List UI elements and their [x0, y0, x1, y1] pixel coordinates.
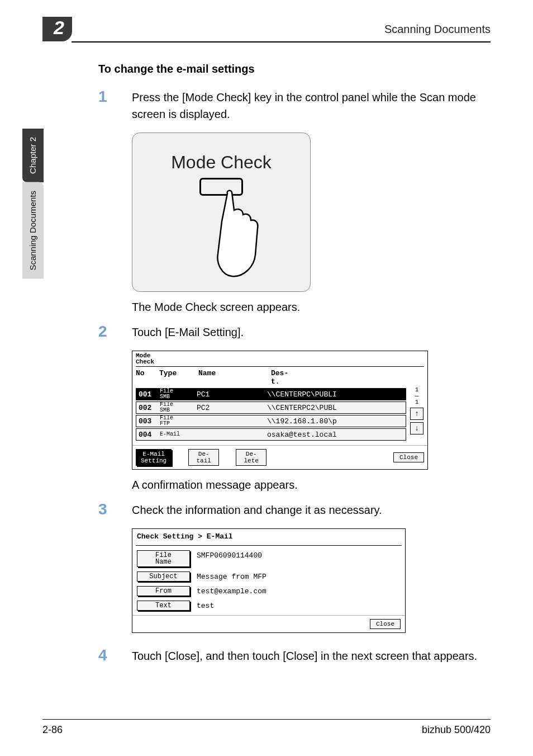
lcd1-row-001-no: 001: [139, 390, 160, 399]
sidebar-tabs: Chapter 2 Scanning Documents: [22, 129, 44, 352]
step-1-result: The Mode Check screen appears.: [132, 301, 488, 314]
file-name-button[interactable]: File Name: [137, 550, 190, 567]
lcd1-row-003-no: 003: [139, 417, 160, 426]
lcd1-row-002-no: 002: [139, 404, 160, 412]
lcd2-divider: [136, 545, 402, 546]
pointer-hand-icon: [216, 188, 278, 283]
detail-l1: De-: [193, 451, 214, 457]
step-4: 4 Touch [Close], and then touch [Close] …: [98, 648, 488, 664]
page-header: 2 Scanning Documents: [42, 17, 491, 41]
email-setting-l2: Setting: [141, 457, 166, 464]
lcd1-col-dest-l1: Des-: [271, 369, 424, 377]
delete-button[interactable]: De- lete: [236, 449, 266, 466]
lcd1-list: 001 File SMB PC1 \\CENTERPC\PUBLI 002 Fi…: [136, 388, 406, 441]
step-4-number: 4: [98, 648, 132, 664]
lcd1-scroll-area: 1—1 ↑ ↓: [410, 387, 424, 437]
lcd2-row-text: Text test: [132, 601, 405, 611]
lcd1-col-type: Type: [159, 369, 198, 386]
lcd1-row-002-type-l2: SMB: [160, 408, 197, 413]
lcd1-row-002-dest: \\CENTERPC2\PUBL: [267, 404, 403, 412]
header-rule: [72, 41, 491, 42]
lcd1-bottom-bar: E-Mail Setting De- tail De- lete Close: [132, 445, 427, 469]
lcd1-row-003-type-l2: FTP: [160, 421, 197, 427]
subject-value: Message from MFP: [197, 571, 266, 581]
email-setting-button[interactable]: E-Mail Setting: [136, 449, 172, 466]
step-1-text: Press the [Mode Check] key in the contro…: [132, 89, 488, 122]
from-value: test@example.com: [197, 586, 266, 596]
footer-model: bizhub 500/420: [422, 724, 491, 736]
lcd2-row-subject: Subject Message from MFP: [132, 571, 405, 582]
lcd1-col-name: Name: [198, 369, 271, 386]
file-name-value: SMFP06090114400: [197, 550, 262, 560]
step-2: 2 Touch [E-Mail Setting].: [98, 324, 488, 341]
lcd1-columns: No Type Name Des- t.: [132, 368, 427, 387]
lcd1-title-l1: Mode: [136, 353, 424, 359]
step-1: 1 Press the [Mode Check] key in the cont…: [98, 89, 488, 122]
lcd1-row-003[interactable]: 003 File FTP \\192.168.1.80\p: [136, 415, 406, 427]
text-l1: Text: [137, 602, 189, 609]
lcd1-col-dest-l2: t.: [271, 377, 424, 386]
modecheck-label: Mode Check: [132, 152, 310, 173]
detail-l2: tail: [193, 457, 214, 464]
lcd1-row-004-dest: osaka@test.local: [267, 431, 403, 439]
delete-l1: De-: [241, 451, 261, 457]
page-footer: 2-86 bizhub 500/420: [42, 719, 491, 736]
lcd1-body: 001 File SMB PC1 \\CENTERPC\PUBLI 002 Fi…: [132, 387, 427, 445]
delete-l2: lete: [241, 457, 261, 464]
lcd1-title-l2: Check: [136, 359, 424, 365]
from-button[interactable]: From: [137, 586, 190, 596]
lcd2-row-filename: File Name SMFP06090114400: [132, 550, 405, 567]
text-button[interactable]: Text: [137, 601, 190, 611]
subject-button[interactable]: Subject: [137, 571, 190, 582]
sidebar-section-tab: Scanning Documents: [22, 182, 44, 279]
main-content: To change the e-mail settings 1 Press th…: [98, 63, 488, 674]
step-3-number: 3: [98, 502, 132, 518]
step-3: 3 Check the information and change it as…: [98, 502, 488, 518]
lcd1-row-001-dest: \\CENTERPC\PUBLI: [267, 390, 403, 399]
lcd2-breadcrumb: Check Setting > E-Mail: [132, 531, 405, 544]
step-2-number: 2: [98, 324, 132, 341]
lcd1-row-001-type-l2: SMB: [160, 394, 197, 400]
lcd1-title: Mode Check: [132, 351, 427, 365]
step-2-result: A confirmation message appears.: [132, 479, 488, 492]
text-value: test: [197, 601, 214, 610]
file-name-l2: Name: [137, 559, 189, 565]
step-4-text: Touch [Close], and then touch [Close] in…: [132, 648, 488, 664]
lcd1-row-001[interactable]: 001 File SMB PC1 \\CENTERPC\PUBLI: [136, 388, 406, 400]
close-button[interactable]: Close: [393, 452, 424, 462]
modecheck-illustration: Mode Check: [132, 133, 311, 292]
chapter-badge: 2: [42, 17, 72, 41]
from-l1: From: [137, 588, 189, 594]
lcd1-col-no: No: [136, 369, 159, 386]
step-3-text: Check the information and change it as n…: [132, 502, 488, 518]
lcd1-page-indicator: 1—1: [415, 387, 419, 405]
close-button-2[interactable]: Close: [370, 619, 401, 629]
lcd1-row-002-name: PC2: [197, 404, 267, 412]
step-1-number: 1: [98, 89, 132, 122]
email-setting-l1: E-Mail: [141, 451, 166, 457]
lcd1-row-003-dest: \\192.168.1.80\p: [267, 417, 403, 426]
lcd1-row-004-no: 004: [139, 431, 160, 439]
lcd1-col-dest: Des- t.: [271, 369, 424, 386]
detail-button[interactable]: De- tail: [188, 449, 219, 466]
sidebar-chapter-tab: Chapter 2: [22, 129, 44, 182]
subject-l1: Subject: [137, 573, 189, 580]
lcd2-bottom-bar: Close: [132, 615, 405, 632]
lcd1-row-001-type: File SMB: [160, 389, 197, 400]
step-2-text: Touch [E-Mail Setting].: [132, 324, 488, 341]
lcd1-row-002[interactable]: 002 File SMB PC2 \\CENTERPC2\PUBL: [136, 401, 406, 414]
lcd2-row-from: From test@example.com: [132, 586, 405, 596]
lcd1-row-004[interactable]: 004 E-Mail osaka@test.local: [136, 428, 406, 441]
up-arrow-button[interactable]: ↑: [410, 408, 423, 420]
header-title: Scanning Documents: [384, 23, 491, 36]
lcd1-row-004-type: E-Mail: [160, 432, 197, 437]
modecheck-screen: Mode Check No Type Name Des- t. 001 File…: [132, 351, 428, 470]
footer-page-number: 2-86: [42, 724, 63, 736]
down-arrow-button[interactable]: ↓: [410, 422, 423, 434]
email-check-screen: Check Setting > E-Mail File Name SMFP060…: [132, 528, 406, 633]
lcd1-row-001-name: PC1: [197, 390, 267, 399]
lcd1-divider: [136, 366, 424, 367]
lcd1-row-004-type-l1: E-Mail: [160, 432, 197, 437]
lcd1-row-003-type: File FTP: [160, 415, 197, 427]
section-heading: To change the e-mail settings: [98, 63, 488, 75]
